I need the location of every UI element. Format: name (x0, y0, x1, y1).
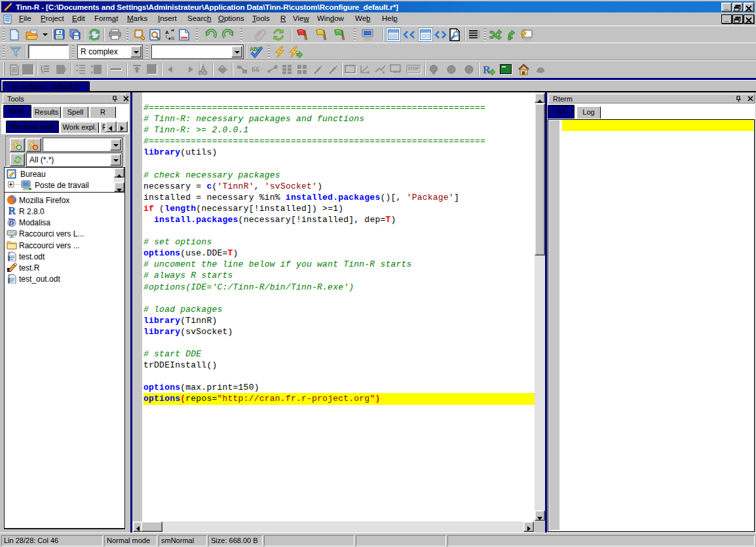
svg-text:66: 66 (252, 65, 259, 74)
svg-text:B: B (171, 35, 175, 41)
svg-text:R: R (483, 64, 491, 75)
svg-text:A: A (165, 29, 169, 35)
